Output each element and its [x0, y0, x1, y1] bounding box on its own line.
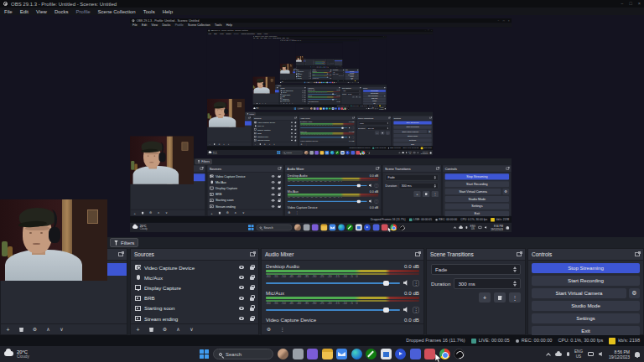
popout-icon[interactable]: [200, 168, 204, 170]
volume-icon[interactable]: [377, 108, 378, 109]
preview-canvas[interactable]: OBS 29.1.3 - Profile: Untitled - Scenes:…: [252, 36, 387, 111]
file-explorer-icon[interactable]: [320, 225, 327, 231]
scene-down-button[interactable]: ∨: [227, 143, 229, 145]
visibility-eye-icon[interactable]: [272, 175, 275, 177]
control-button[interactable]: Start Recording: [532, 276, 640, 286]
lock-icon[interactable]: [304, 93, 305, 94]
control-button[interactable]: Settings: [393, 138, 431, 142]
speaker-icon[interactable]: [369, 199, 372, 203]
menu-help[interactable]: Help: [226, 23, 232, 27]
control-button[interactable]: Start Virtual Camera: [532, 288, 626, 298]
channel-menu-button[interactable]: ⋮: [375, 184, 379, 188]
visibility-eye-icon[interactable]: [239, 317, 244, 320]
lock-icon[interactable]: [278, 182, 281, 184]
notifications-bell-icon[interactable]: [635, 352, 640, 357]
taskbar-clock[interactable]: 8:56 PM 19/12/2023: [491, 225, 503, 230]
add-scene-button[interactable]: +: [209, 143, 210, 145]
preview-canvas[interactable]: OBS 29.1.3 - Profile: Untitled - Scenes:…: [279, 39, 359, 83]
control-button[interactable]: Studio Mode: [393, 134, 431, 137]
onedrive-icon[interactable]: [459, 226, 463, 228]
channel-menu-button[interactable]: ⋮: [352, 127, 355, 129]
transition-select[interactable]: Fade: [342, 90, 361, 92]
lock-icon[interactable]: [278, 194, 281, 195]
lock-icon[interactable]: [278, 200, 281, 202]
remove-source-button[interactable]: [148, 327, 154, 332]
channel-menu-button[interactable]: ⋮: [413, 280, 419, 287]
source-row[interactable]: Mic/Aux: [207, 179, 283, 185]
add-transition-button[interactable]: +: [375, 132, 379, 135]
control-button[interactable]: Settings: [445, 204, 509, 209]
popout-icon[interactable]: [304, 88, 305, 89]
transition-menu-button[interactable]: ⋮: [359, 96, 361, 97]
people-chat-icon[interactable]: [294, 225, 301, 231]
search-input[interactable]: Search: [297, 107, 309, 110]
source-properties-button[interactable]: ⚙: [162, 327, 168, 332]
edge-icon[interactable]: [330, 151, 335, 155]
popout-icon[interactable]: [415, 252, 420, 256]
filters-dock-tab[interactable]: Filters: [110, 238, 138, 247]
popout-icon[interactable]: [376, 168, 379, 170]
search-input[interactable]: Search: [306, 82, 314, 84]
volume-icon[interactable]: [599, 352, 604, 357]
source-row[interactable]: Mic/Aux: [131, 272, 258, 282]
popout-icon[interactable]: [278, 168, 282, 170]
speaker-icon[interactable]: [336, 93, 337, 94]
blue-app-icon[interactable]: [410, 349, 421, 359]
slider-handle[interactable]: [332, 99, 333, 100]
search-input[interactable]: Search: [282, 151, 303, 155]
add-scene-button[interactable]: +: [133, 211, 137, 215]
mail-icon[interactable]: [325, 151, 330, 155]
edge-icon[interactable]: [351, 349, 362, 359]
scene-up-button[interactable]: ∧: [45, 327, 51, 332]
popout-icon[interactable]: [430, 117, 432, 119]
duration-input[interactable]: 300 ms: [366, 127, 390, 131]
visibility-eye-icon[interactable]: [239, 276, 244, 279]
menu-view[interactable]: View: [36, 9, 47, 14]
start-button[interactable]: [277, 151, 280, 154]
mixer-menu-button[interactable]: ⋮: [305, 143, 307, 145]
taskbar-clock[interactable]: 8:56 PM 19/12/2023: [379, 107, 383, 109]
preview-canvas[interactable]: OBS 29.1.3 - Profile: Untitled - Scenes:…: [296, 42, 343, 68]
visibility-eye-icon[interactable]: [303, 95, 304, 96]
file-explorer-icon[interactable]: [319, 151, 324, 155]
transition-menu-button[interactable]: ⋮: [342, 75, 344, 76]
transition-select[interactable]: Fade: [358, 122, 390, 126]
window-app-icon[interactable]: [303, 225, 309, 231]
volume-slider[interactable]: [300, 127, 347, 128]
visibility-eye-icon[interactable]: [291, 140, 293, 141]
menu-edit[interactable]: Edit: [142, 23, 147, 27]
search-input[interactable]: Search: [311, 67, 315, 68]
slider-handle[interactable]: [341, 127, 343, 129]
menu-docks[interactable]: Docks: [162, 23, 170, 27]
remove-transition-button[interactable]: [423, 191, 429, 197]
source-row[interactable]: Video Capture Device: [131, 262, 258, 272]
purple-app-icon[interactable]: [307, 349, 318, 359]
control-button[interactable]: Start Recording: [393, 126, 431, 129]
visibility-eye-icon[interactable]: [272, 205, 275, 207]
blue-app-icon[interactable]: [338, 107, 340, 110]
menu-scene-collection[interactable]: Scene Collection: [188, 23, 210, 27]
source-row[interactable]: Video Capture Device: [207, 173, 283, 179]
minimize-button[interactable]: −: [621, 2, 623, 7]
popout-icon[interactable]: [294, 117, 296, 119]
source-down-button[interactable]: ∨: [189, 327, 195, 332]
popout-icon[interactable]: [385, 88, 386, 89]
mixer-menu-button[interactable]: ⋮: [311, 103, 312, 104]
popout-icon[interactable]: [360, 88, 361, 89]
source-row[interactable]: Starting soon: [131, 303, 258, 313]
visibility-eye-icon[interactable]: [239, 286, 244, 289]
source-row[interactable]: BRB: [131, 293, 258, 303]
onedrive-icon[interactable]: [555, 353, 562, 356]
slider-handle[interactable]: [332, 93, 333, 94]
source-row[interactable]: Display Capture: [131, 282, 258, 292]
weather-widget[interactable]: 20°C Cloudy: [296, 67, 299, 68]
weather-widget[interactable]: 20°C Cloudy: [130, 225, 148, 230]
notifications-bell-icon[interactable]: [430, 152, 432, 153]
purple-app-icon[interactable]: [314, 151, 319, 155]
source-down-button[interactable]: ∨: [273, 143, 275, 145]
window-app-icon[interactable]: [293, 349, 304, 359]
remove-transition-button[interactable]: [494, 292, 506, 303]
filters-dock-tab[interactable]: Filters: [195, 159, 212, 164]
people-chat-icon[interactable]: [310, 107, 313, 110]
source-up-button[interactable]: ∧: [289, 103, 290, 104]
